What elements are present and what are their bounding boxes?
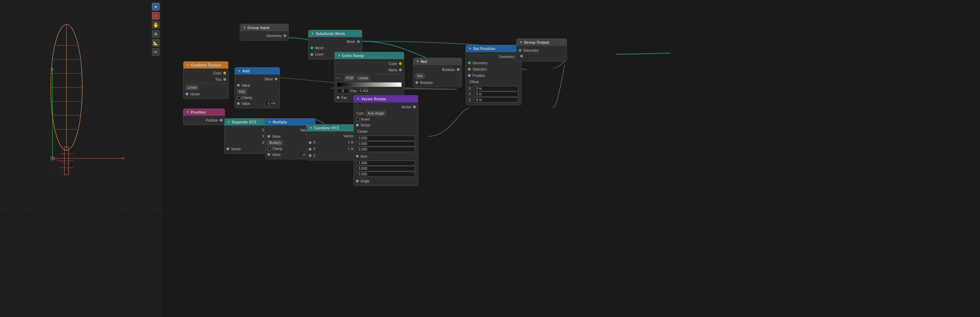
socket-setpos-geo-out: Geometry xyxy=(466,54,521,60)
rotate-icon[interactable]: ○ xyxy=(152,12,160,19)
vecrot-type-dropdown[interactable]: Axis Angle xyxy=(366,111,386,116)
socket-ramp-alpha-out: Alpha xyxy=(335,67,404,73)
node-vector-rotate[interactable]: ▼ Vector Rotate Vector Type: Axis Angle … xyxy=(353,95,418,186)
socket-sepxyz-vec-in: Vector xyxy=(224,146,271,152)
socket-pos-out: Position xyxy=(183,117,225,124)
socket-mesh-in: Mesh xyxy=(309,45,362,51)
node-group-output[interactable]: ▼ Group Output Geometry 🔍 xyxy=(516,38,567,62)
viewport-3d[interactable]: ● ○ ✋ ⊕ 📐 ✏ xyxy=(0,0,163,317)
viewport-toolbar: ● ○ ✋ ⊕ 📐 ✏ xyxy=(152,3,160,56)
socket-vecrot-center-label: Center xyxy=(354,128,418,135)
node-not[interactable]: ▼ Not Boolean Not Boolean xyxy=(413,58,462,87)
vecrot-axis-fields: 1.000 0.000 0.000 xyxy=(354,159,418,178)
3d-viewport-canvas xyxy=(0,0,162,317)
node-separate-xyz-body: X Y Z Vector xyxy=(224,125,271,154)
node-group-input-header: ▼ Group Input xyxy=(240,24,288,31)
node-set-position-body: Geometry Geometry Selection Position Off… xyxy=(466,52,521,105)
ramp-interpolation-dropdown[interactable]: Linear xyxy=(356,76,370,81)
offset-y-row: Y 0 m xyxy=(469,92,519,97)
socket-setpos-pos-in: Position xyxy=(466,72,521,79)
axis-y-row: 0.000 xyxy=(356,166,415,171)
cursor-icon[interactable]: ⊕ xyxy=(152,30,160,38)
node-gradient-texture-body: Color Fac Linear Vector xyxy=(183,68,228,98)
node-gradient-texture[interactable]: ▼ Gradient Texture Color Fac Linear Vect… xyxy=(183,61,229,99)
gradient-type-row: Linear xyxy=(183,84,228,91)
vecrot-type-row: Type: Axis Angle xyxy=(354,110,418,117)
node-color-ramp-header: ▼ Color Ramp xyxy=(335,52,404,59)
socket-vecrot-angle-in: Angle xyxy=(354,178,418,184)
measure-icon[interactable]: 📐 xyxy=(152,39,160,47)
ramp-pos-row: 0 Pos 0.469 xyxy=(335,88,404,94)
gradient-type-dropdown[interactable]: Linear xyxy=(186,85,199,90)
node-editor: ▼ Group Input Geometry ▼ Subdivide Mesh … xyxy=(163,0,980,317)
node-not-header: ▼ Not xyxy=(414,58,461,65)
mult-type-dropdown[interactable]: Multiply xyxy=(267,140,283,146)
node-group-input[interactable]: ▼ Group Input Geometry xyxy=(240,24,289,41)
node-combine-xyz[interactable]: ▼ Combine XYZ Vector X 0.000 Y 0.000 Z xyxy=(306,124,361,160)
socket-sepxyz-x-out: X xyxy=(224,127,271,133)
socket-vector-in: Vector xyxy=(183,91,228,97)
node-set-position[interactable]: ▼ Set Position Geometry Geometry Selecti… xyxy=(466,45,522,105)
node-combine-xyz-body: Vector X 0.000 Y 0.000 Z xyxy=(307,132,360,160)
node-gradient-texture-header: ▼ Gradient Texture xyxy=(183,62,228,68)
socket-combxyz-z-in: Z xyxy=(307,152,360,158)
socket-mesh-out: Mesh xyxy=(309,38,362,45)
center-x-row: 0.000 xyxy=(356,136,415,141)
node-separate-xyz-header: ▼ Separate XYZ xyxy=(224,119,271,125)
node-position-body: Position xyxy=(183,116,225,125)
offset-z-row: Z 0 m xyxy=(469,97,519,102)
socket-add-value-in: Value xyxy=(235,82,280,89)
socket-sepxyz-y-out: Y xyxy=(224,133,271,139)
socket-combxyz-y-in: Y 0.000 xyxy=(307,146,360,152)
axis-x-row: 1.000 xyxy=(356,160,415,166)
center-y-row: 0.000 xyxy=(356,141,415,146)
setpos-offset-fields: X 0 m Y 0 m Z 0 m xyxy=(466,85,521,103)
socket-add-value-out: Value xyxy=(235,76,280,82)
ramp-controls-row: + - RGB Linear xyxy=(335,75,404,81)
socket-not-bool-in: Boolean xyxy=(414,79,461,86)
node-position-header: ▼ Position xyxy=(183,109,225,116)
node-separate-xyz[interactable]: ▼ Separate XYZ X Y Z Vector xyxy=(224,118,271,154)
socket-add-second-in: Value -0.700 xyxy=(235,100,280,106)
vecrot-invert-row: Invert xyxy=(354,117,418,122)
axis-z-row: 0.000 xyxy=(356,171,415,177)
not-type-row: Not xyxy=(414,73,461,79)
socket-vecrot-axis-label: Axis: xyxy=(354,153,418,159)
socket-ramp-color-out: Color xyxy=(335,60,404,67)
vecrot-center-fields: 0.000 0.000 0.000 xyxy=(354,135,418,153)
socket-setpos-offset-label: Offset: xyxy=(466,79,521,85)
socket-geometry-out: Geometry xyxy=(240,33,288,39)
socket-combxyz-x-in: X 0.000 xyxy=(307,139,360,146)
node-add-header: ▼ Add xyxy=(235,67,280,74)
socket-setpos-geo-in: Geometry xyxy=(466,60,521,66)
node-group-output-body: Geometry 🔍 xyxy=(517,46,566,61)
node-vector-rotate-header: ▼ Vector Rotate xyxy=(354,95,418,102)
not-type-dropdown[interactable]: Not xyxy=(415,73,425,79)
node-not-body: Boolean Not Boolean xyxy=(414,65,461,87)
node-position[interactable]: ▼ Position Position xyxy=(183,108,225,125)
annotate-icon[interactable]: ✏ xyxy=(152,48,160,56)
add-type-dropdown[interactable]: Add xyxy=(237,89,247,94)
node-set-position-header: ▼ Set Position xyxy=(466,45,521,52)
socket-go-geo-search: 🔍 xyxy=(517,54,566,60)
socket-color-out: Color xyxy=(183,70,228,76)
color-ramp-strip[interactable] xyxy=(337,82,402,87)
ramp-mode-dropdown[interactable]: RGB xyxy=(344,76,355,81)
node-add-body: Value Value Add Clamp Value -0.700 xyxy=(235,74,280,108)
socket-vecrot-vec-in: Vector xyxy=(354,122,418,128)
node-subdivide-mesh-header: ▼ Subdivide Mesh xyxy=(309,30,362,37)
hand-icon[interactable]: ✋ xyxy=(152,21,160,29)
socket-vecrot-out: Vector xyxy=(354,104,418,110)
node-add[interactable]: ▼ Add Value Value Add Clamp Value -0. xyxy=(234,67,280,108)
transform-icon[interactable]: ● xyxy=(152,3,160,11)
socket-combxyz-vec-out: Vector xyxy=(307,133,360,139)
add-clamp-checkbox[interactable] xyxy=(237,96,240,100)
vecrot-invert-checkbox[interactable] xyxy=(356,118,360,121)
node-vector-rotate-body: Vector Type: Axis Angle Invert Vector Ce… xyxy=(354,102,418,185)
socket-sepxyz-z-out: Z xyxy=(224,139,271,146)
add-clamp-row: Clamp xyxy=(235,95,280,100)
socket-go-geo-in: Geometry xyxy=(517,47,566,54)
node-combine-xyz-header: ▼ Combine XYZ xyxy=(307,124,360,132)
node-group-input-body: Geometry xyxy=(240,31,288,40)
mult-clamp-checkbox[interactable] xyxy=(267,147,271,151)
